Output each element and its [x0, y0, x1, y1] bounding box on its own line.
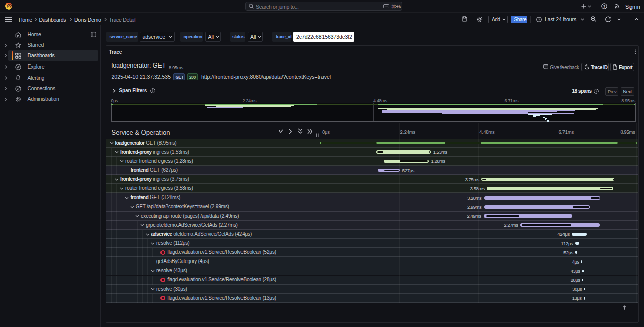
- svg-text:?: ?: [603, 4, 606, 9]
